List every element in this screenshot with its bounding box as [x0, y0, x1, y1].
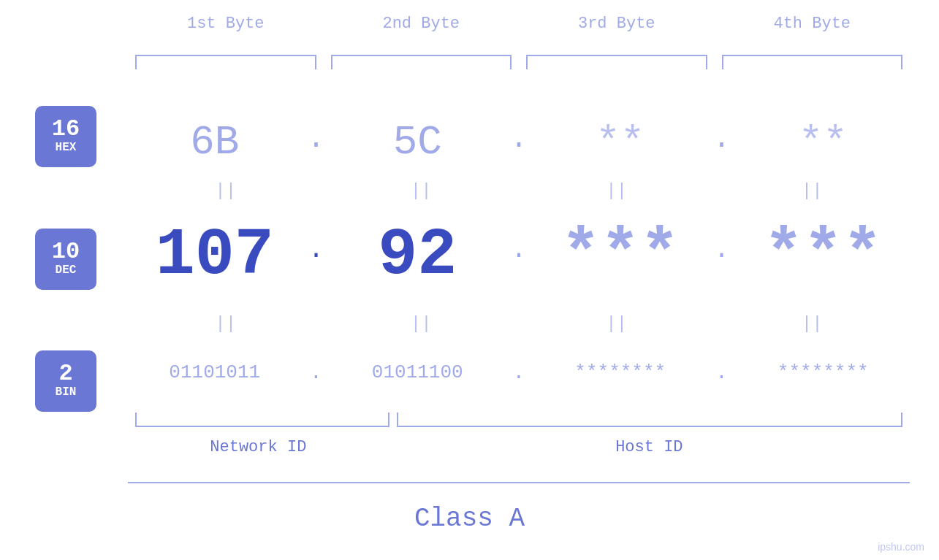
equals-row-2: || || || ||: [128, 314, 910, 334]
eq-2-4: ||: [715, 314, 911, 334]
bin-value-1: 01101011: [169, 361, 260, 383]
col-header-2: 2nd Byte: [324, 15, 520, 33]
label-row: Network ID Host ID: [128, 438, 910, 456]
dec-badge-label: DEC: [56, 264, 77, 277]
eq-1-4: ||: [715, 181, 911, 201]
dec-value-2: 92: [378, 218, 457, 293]
eq-1-1: ||: [128, 181, 324, 201]
main-container: 16 HEX 10 DEC 2 BIN 1st Byte 2nd Byte 3r…: [0, 0, 939, 560]
hex-cell-2: 5C: [331, 119, 505, 166]
eq-1-3: ||: [519, 181, 715, 201]
dec-dot-3: .: [707, 235, 737, 277]
bottom-line: [128, 482, 910, 483]
hex-row: 6B . 5C . ** . **: [128, 106, 910, 179]
hex-dot-3: .: [707, 123, 737, 163]
hex-value-4: **: [799, 119, 848, 166]
bin-badge-number: 2: [58, 362, 72, 386]
dec-value-3: ***: [561, 218, 680, 293]
col-header-1: 1st Byte: [128, 15, 324, 33]
dec-cell-3: ***: [533, 223, 707, 288]
bin-row: 01101011 . 01011100 . ******** . *******…: [128, 340, 910, 405]
hex-cell-1: 6B: [128, 119, 302, 166]
dec-badge-number: 10: [52, 240, 80, 264]
watermark: ipshu.com: [878, 541, 924, 553]
col-header-4: 4th Byte: [715, 15, 911, 33]
dec-dot-1: .: [302, 235, 331, 277]
hex-badge-number: 16: [52, 118, 80, 141]
bin-value-4: ********: [778, 361, 869, 383]
bottom-brackets: [128, 413, 910, 427]
eq-2-1: ||: [128, 314, 324, 334]
bin-dot-2: .: [504, 361, 533, 384]
bin-value-2: 01011100: [372, 361, 463, 383]
eq-1-2: ||: [324, 181, 520, 201]
col-header-3: 3rd Byte: [519, 15, 715, 33]
eq-2-3: ||: [519, 314, 715, 334]
bin-badge-label: BIN: [56, 386, 77, 399]
hex-value-2: 5C: [393, 119, 442, 166]
top-brackets: [128, 55, 910, 69]
bin-cell-2: 01011100: [331, 361, 505, 383]
hex-badge-label: HEX: [56, 141, 77, 155]
hex-value-3: **: [596, 119, 645, 166]
dec-value-1: 107: [156, 218, 274, 293]
class-label: Class A: [0, 504, 939, 534]
dec-cell-1: 107: [128, 223, 302, 288]
bracket-bottom-network: [135, 413, 389, 427]
host-id-label: Host ID: [389, 438, 910, 456]
bin-value-3: ********: [574, 361, 666, 383]
dec-value-4: ***: [764, 218, 882, 293]
hex-cell-3: **: [533, 119, 707, 166]
hex-value-1: 6B: [190, 119, 239, 166]
bin-cell-4: ********: [737, 361, 911, 383]
hex-cell-4: **: [737, 119, 911, 166]
dec-dot-2: .: [504, 235, 533, 277]
dec-row: 107 . 92 . *** . ***: [128, 212, 910, 299]
hex-dot-1: .: [302, 123, 331, 163]
hex-dot-2: .: [504, 123, 533, 163]
hex-badge: 16 HEX: [35, 106, 96, 167]
dec-cell-4: ***: [737, 223, 911, 288]
bracket-top-2: [331, 55, 512, 69]
bin-cell-3: ********: [533, 361, 707, 383]
eq-2-2: ||: [324, 314, 520, 334]
bracket-top-4: [722, 55, 903, 69]
network-id-label: Network ID: [128, 438, 389, 456]
dec-cell-2: 92: [331, 223, 505, 288]
bracket-top-3: [526, 55, 707, 69]
bin-cell-1: 01101011: [128, 361, 302, 383]
column-headers: 1st Byte 2nd Byte 3rd Byte 4th Byte: [128, 15, 910, 33]
bracket-bottom-host: [397, 413, 902, 427]
bin-dot-3: .: [707, 361, 737, 384]
bin-badge: 2 BIN: [35, 350, 96, 412]
dec-badge: 10 DEC: [35, 229, 96, 290]
bracket-top-1: [135, 55, 316, 69]
equals-row-1: || || || ||: [128, 181, 910, 201]
bin-dot-1: .: [302, 361, 331, 384]
